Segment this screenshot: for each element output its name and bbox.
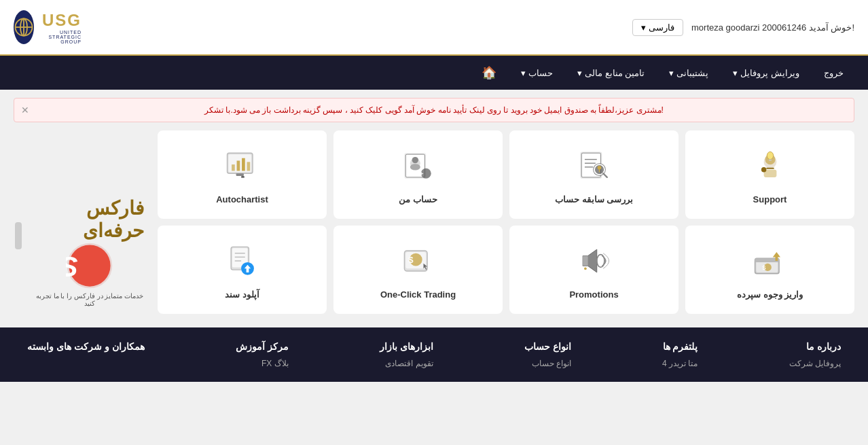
scroll-indicator[interactable]	[15, 222, 22, 249]
footer-col-about: درباره ما پروفایل شرکت	[789, 341, 841, 368]
svg-point-24	[412, 156, 418, 162]
footer-grid: درباره ما پروفایل شرکت پلتفرم ها متا تری…	[27, 341, 841, 368]
nav-support-arrow: ▾	[669, 68, 674, 78]
nav-edit-profile[interactable]: ویرایش پروفایل ▾	[722, 58, 810, 88]
card-my-account-label: حساب من	[399, 194, 437, 204]
card-promotions[interactable]: Promotions	[509, 226, 679, 314]
svg-rect-10	[769, 159, 772, 160]
footer-col-platforms-title: پلتفرم ها	[662, 341, 698, 352]
card-autochartist-label: Autochartist	[216, 194, 268, 204]
nav-support[interactable]: پشتیبانی ▾	[658, 58, 719, 88]
lang-arrow: ▾	[641, 22, 646, 33]
svg-point-19	[597, 166, 601, 170]
svg-text:$: $	[762, 264, 766, 271]
svg-point-45	[584, 267, 587, 270]
card-upload-doc-label: آپلود سند	[225, 289, 259, 300]
logo-subtitle: UNITED STRATEGIC GROUP	[38, 30, 82, 44]
card-autochartist[interactable]: Autochartist	[158, 130, 327, 219]
main-content: Support	[0, 130, 868, 327]
footer-item-economic-calendar[interactable]: تقویم اقتصادی	[380, 359, 433, 368]
nav-support-label: پشتیبانی	[676, 68, 708, 78]
svg-rect-35	[241, 176, 245, 178]
card-account-history-label: بررسی سابقه حساب	[555, 194, 633, 204]
top-bar-left: !خوش آمدید morteza goodarzi 200061246 فا…	[632, 19, 854, 36]
brand-title: فارکس حرفه‌ای	[35, 197, 144, 242]
svg-rect-30	[232, 164, 235, 171]
alert-close-icon[interactable]: ✕	[21, 105, 29, 115]
svg-point-7	[761, 166, 766, 172]
card-one-click-trading-label: One-Click Trading	[380, 289, 456, 300]
footer: درباره ما پروفایل شرکت پلتفرم ها متا تری…	[0, 327, 868, 382]
card-promotions-label: Promotions	[569, 289, 618, 300]
footer-col-platforms: پلتفرم ها متا تریدر 4	[662, 341, 698, 368]
nav-account[interactable]: حساب ▾	[510, 58, 564, 88]
footer-col-education: مرکز آموزش بلاگ FX	[236, 341, 289, 368]
footer-col-account-types: انواع حساب انواع حساب	[524, 341, 571, 368]
footer-col-education-title: مرکز آموزش	[236, 341, 289, 352]
usg-text: USG	[42, 11, 82, 30]
nav-bar: خروج ویرایش پروفایل ▾ پشتیبانی ▾ تامین م…	[0, 56, 868, 90]
card-upload-doc[interactable]: آپلود سند	[158, 226, 327, 314]
footer-col-about-title: درباره ما	[789, 341, 841, 352]
promotions-icon	[574, 241, 615, 281]
brand-tagline: خدمات متمایز در فارکس را با ما تجربه کنی…	[35, 292, 144, 307]
card-one-click-trading[interactable]: $ One-Click Trading	[333, 226, 503, 314]
globe-icon	[14, 10, 34, 44]
cards-row1: Support	[158, 130, 854, 219]
nav-home[interactable]: 🏠	[471, 56, 507, 90]
svg-point-25	[410, 164, 420, 170]
svg-rect-33	[247, 162, 250, 171]
footer-col-market-tools-title: ابزارهای بازار	[380, 341, 433, 352]
account-history-icon	[574, 145, 615, 186]
brand-s-icon: S	[66, 242, 113, 289]
home-icon: 🏠	[482, 65, 496, 80]
svg-point-9	[767, 152, 773, 159]
nav-logout[interactable]: خروج	[813, 58, 854, 88]
one-click-trading-icon: $	[398, 241, 439, 281]
svg-text:S: S	[66, 251, 78, 283]
card-deposit-label: واریز وجوه سپرده	[737, 289, 803, 300]
footer-col-partners-title: همکاران و شرکت های وابسته	[27, 341, 145, 352]
logo: USG UNITED STRATEGIC GROUP	[14, 7, 82, 48]
alert-banner: !مشتری عزیز،لطفاً به صندوق ایمیل خود برو…	[14, 98, 854, 122]
lang-button[interactable]: فارسی ▾	[632, 19, 683, 36]
svg-rect-32	[242, 158, 245, 171]
support-icon	[750, 145, 791, 186]
nav-funding[interactable]: تامین منابع مالی ▾	[566, 58, 655, 88]
cards-section: Support	[158, 130, 854, 314]
nav-funding-arrow: ▾	[577, 68, 582, 78]
welcome-text: !خوش آمدید morteza goodarzi 200061246	[691, 22, 854, 33]
top-bar: !خوش آمدید morteza goodarzi 200061246 فا…	[0, 0, 868, 56]
nav-edit-profile-label: ویرایش پروفایل	[740, 68, 799, 78]
footer-col-partners: همکاران و شرکت های وابسته	[27, 341, 145, 368]
cards-row2: $ واریز وجوه سپرده	[158, 226, 854, 314]
svg-rect-31	[236, 160, 240, 171]
autochartist-icon	[222, 145, 263, 186]
card-my-account[interactable]: + حساب من	[333, 130, 503, 219]
lang-label: فارسی	[649, 22, 674, 33]
footer-col-account-types-title: انواع حساب	[524, 341, 571, 352]
deposit-icon: $	[750, 241, 791, 281]
nav-account-arrow: ▾	[521, 68, 526, 78]
card-support[interactable]: Support	[685, 130, 854, 219]
footer-item-fx-blog[interactable]: بلاگ FX	[236, 359, 289, 368]
nav-funding-label: تامین منابع مالی	[585, 68, 645, 78]
svg-text:$: $	[408, 254, 414, 264]
footer-item-mt4[interactable]: متا تریدر 4	[662, 359, 698, 368]
nav-logout-label: خروج	[824, 68, 844, 78]
card-deposit[interactable]: $ واریز وجوه سپرده	[685, 226, 854, 314]
nav-account-label: حساب	[528, 68, 553, 78]
upload-doc-icon	[222, 241, 263, 281]
alert-text: !مشتری عزیز،لطفاً به صندوق ایمیل خود برو…	[204, 105, 664, 115]
scroll-area	[14, 130, 22, 314]
svg-text:+: +	[420, 171, 424, 177]
my-account-icon: +	[398, 145, 439, 186]
card-account-history[interactable]: بررسی سابقه حساب	[509, 130, 679, 219]
svg-rect-34	[236, 173, 243, 176]
svg-rect-43	[583, 255, 588, 266]
footer-item-account-types[interactable]: انواع حساب	[524, 359, 571, 368]
svg-line-18	[603, 173, 607, 177]
sidebar-brand: فارکس حرفه‌ای S خدمات متمایز در فارکس را…	[35, 130, 144, 314]
brand-logo: فارکس حرفه‌ای S خدمات متمایز در فارکس را…	[35, 197, 144, 307]
footer-item-company-profile[interactable]: پروفایل شرکت	[789, 359, 841, 368]
